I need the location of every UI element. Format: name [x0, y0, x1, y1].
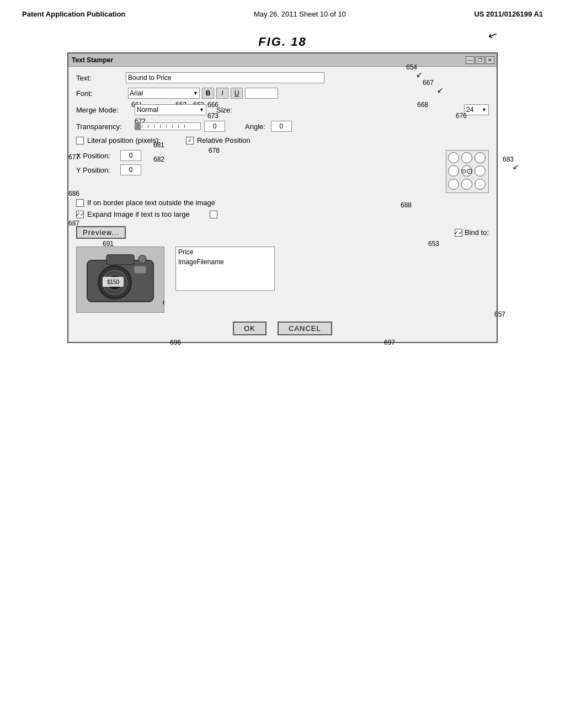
dialog-window: Text Stamper — ❐ ✕ Text: 654 ↙ Font: Ari [67, 52, 498, 343]
header-right: US 2011/0126199 A1 [474, 10, 543, 18]
radio-grid-container: ⊙ 683 ↙ [446, 150, 489, 193]
y-label: Y Position: [76, 166, 120, 174]
merge-row: Merge Mode: Normal ▼ Size: 24 ▼ 672 [76, 104, 489, 115]
ref-677: 677 [68, 153, 79, 161]
x-pos-row: X Position: 681 [76, 150, 413, 161]
font-label: Font: [76, 89, 126, 98]
color-picker[interactable] [245, 88, 278, 99]
arrow-654: ↙ [416, 70, 423, 79]
bind-checkbox-2[interactable] [210, 211, 217, 218]
bind-to-label: Bind to: [465, 228, 489, 237]
bind-list-container: PriceImageFilename 657 [175, 247, 489, 313]
svg-text:$150: $150 [107, 279, 120, 285]
radio-mc[interactable]: ⊙ [461, 165, 472, 176]
dialog-titlebar: Text Stamper — ❐ ✕ [68, 53, 497, 67]
transparency-value[interactable] [204, 121, 225, 132]
preview-button[interactable]: Preview... [76, 226, 126, 239]
bind-to-checkbox[interactable]: ✓ [455, 229, 462, 237]
bind-list: PriceImageFilename [175, 247, 275, 291]
expand-checkbox[interactable]: ✓ [76, 211, 84, 218]
bind-item-1[interactable]: ImageFilename [176, 257, 274, 267]
svg-rect-6 [134, 266, 146, 274]
radio-br[interactable] [475, 179, 486, 190]
radio-ml[interactable] [448, 165, 459, 176]
ref-692: 692 [163, 299, 164, 307]
restore-button[interactable]: ❐ [476, 56, 484, 64]
y-position-input[interactable] [120, 164, 141, 175]
ref-697: 697 [384, 339, 395, 346]
svg-point-9 [138, 255, 146, 263]
arrow-683: ↙ [513, 162, 519, 171]
border-label: If on border place text outside the imag… [87, 199, 215, 207]
text-input[interactable] [126, 72, 324, 83]
minimize-button[interactable]: — [466, 56, 475, 64]
ref-686: 686 [68, 190, 79, 197]
bind-to-section: ✓ Bind to: [455, 228, 489, 237]
svg-rect-1 [106, 255, 134, 265]
bind-item-0[interactable]: Price [176, 247, 274, 257]
main-content: FIG. 18 ↙ Text Stamper — ❐ ✕ Text: 654 ↙ [0, 24, 565, 354]
bold-button[interactable]: B [202, 88, 214, 99]
figure-label-area: FIG. 18 ↙ [33, 35, 532, 49]
underline-button[interactable]: U [231, 88, 243, 99]
preview-bind-row: Preview... ✓ Bind to: 691 653 [76, 226, 489, 239]
ref-683: 683 [503, 156, 514, 163]
angle-label: Angle: [245, 122, 265, 131]
radio-tc[interactable] [461, 152, 472, 163]
ref-673: 673 [207, 112, 218, 120]
dialog-title: Text Stamper [72, 56, 113, 64]
literal-pos-row: Literal position (pixels): Relative Posi… [76, 136, 489, 144]
transparency-slider[interactable] [135, 122, 201, 130]
radio-mr[interactable] [475, 165, 486, 176]
slider-thumb[interactable] [135, 122, 141, 130]
close-button[interactable]: ✕ [486, 56, 494, 64]
cancel-button[interactable]: CANCEL [278, 322, 332, 335]
relative-pos-label: Relative Position [197, 136, 250, 144]
border-row: If on border place text outside the imag… [76, 199, 489, 207]
camera-svg: $150 [82, 249, 159, 310]
ok-button[interactable]: OK [233, 322, 266, 335]
radio-bl[interactable] [448, 179, 459, 190]
ref-681: 681 [153, 141, 164, 149]
font-select[interactable]: Arial ▼ [128, 88, 200, 99]
font-dropdown-arrow: ▼ [193, 90, 198, 96]
ref-657: 657 [494, 311, 505, 318]
figure-label: FIG. 18 [258, 35, 306, 49]
size-dropdown[interactable]: 24 ▼ [464, 104, 489, 115]
literal-pos-checkbox[interactable] [76, 137, 84, 144]
dialog-body: Text: 654 ↙ Font: Arial ▼ B I U 661 662 [68, 67, 497, 342]
transparency-row: Transparency: Angle: [76, 121, 489, 132]
preview-image: $150 692 [76, 247, 164, 313]
font-row: Font: Arial ▼ B I U 661 662 663 666 668 … [76, 88, 489, 99]
position-row: X Position: 681 Y Position: 682 [76, 150, 489, 193]
expand-row: ✓ Expand Image if text is too large 688 … [76, 210, 489, 218]
literal-pos-label: Literal position (pixels): [87, 136, 161, 144]
angle-value[interactable] [271, 121, 292, 132]
ref-688: 688 [401, 201, 412, 209]
size-label: Size: [216, 106, 232, 114]
patent-header: Patent Application Publication May 26, 2… [0, 0, 565, 24]
header-left: Patent Application Publication [22, 10, 125, 18]
italic-button[interactable]: I [216, 88, 228, 99]
header-center: May 26, 2011 Sheet 10 of 10 [254, 10, 346, 18]
xy-position-section: X Position: 681 Y Position: 682 [76, 150, 413, 179]
y-pos-row: Y Position: 682 [76, 164, 413, 175]
radio-bc[interactable] [461, 179, 472, 190]
preview-section: $150 692 PriceImageFilename 657 [76, 247, 489, 313]
border-checkbox[interactable] [76, 199, 84, 207]
radio-tl[interactable] [448, 152, 459, 163]
x-position-input[interactable] [120, 150, 141, 161]
action-row: 696 OK CANCEL 697 [76, 322, 489, 335]
radio-tr[interactable] [475, 152, 486, 163]
merge-label: Merge Mode: [76, 106, 131, 114]
ref-654: 654 [406, 63, 417, 71]
transparency-label: Transparency: [76, 122, 131, 131]
merge-dropdown[interactable]: Normal ▼ [135, 104, 206, 115]
x-label: X Position: [76, 152, 120, 160]
ref-676: 676 [456, 112, 467, 120]
ref-696: 696 [170, 339, 181, 346]
arrow-667: ↙ [437, 85, 444, 94]
ref-682: 682 [153, 156, 164, 163]
expand-label: Expand Image if text is too large [87, 210, 190, 218]
relative-pos-checkbox[interactable] [186, 137, 194, 144]
